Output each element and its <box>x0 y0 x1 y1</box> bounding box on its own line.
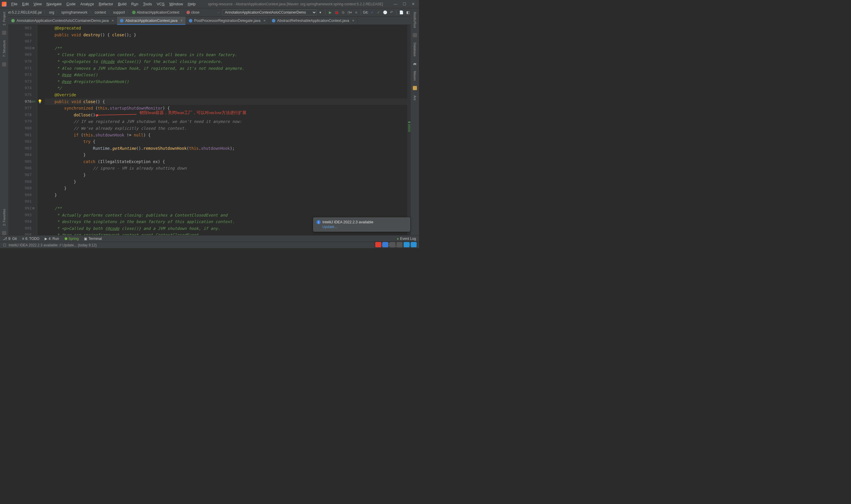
run-config-select[interactable]: AnnotationApplicationContextAsIoCContain… <box>222 10 317 15</box>
minimize-icon[interactable]: — <box>394 2 397 6</box>
tray-icon[interactable] <box>397 242 402 247</box>
tool-git[interactable]: ⎇ 9: Git <box>3 237 17 241</box>
tab-close-icon[interactable]: × <box>352 19 354 23</box>
menu-window[interactable]: Window <box>167 1 185 7</box>
menu-view[interactable]: View <box>32 1 43 7</box>
tab-1[interactable]: AbstractApplicationContext.java× <box>117 17 186 24</box>
tool-database[interactable]: Database <box>413 41 417 58</box>
file-icon <box>120 19 124 22</box>
ime-lang-icon[interactable] <box>382 242 388 247</box>
tool-ant[interactable]: Ant <box>413 94 417 102</box>
crumb-method[interactable]: close <box>185 10 201 15</box>
git-update-icon[interactable]: ✓ <box>369 10 375 15</box>
maximize-icon[interactable]: ☐ <box>403 2 406 6</box>
tab-2[interactable]: PostProcessorRegistrationDelegate.java× <box>186 17 269 24</box>
run-button[interactable]: ▶ <box>327 10 333 15</box>
git-revert-icon[interactable]: ↶ <box>388 10 395 15</box>
tool-icon[interactable] <box>2 31 6 35</box>
tool-eventlog[interactable]: ● Event Log <box>397 237 416 241</box>
menu-help[interactable]: Help <box>186 1 197 7</box>
tab-0[interactable]: AnnotationApplicationContextAsIoCContain… <box>8 17 117 24</box>
override-up-icon[interactable]: o↑ <box>32 98 36 105</box>
tab-3[interactable]: AbstractRefreshableApplicationContext.ja… <box>269 17 358 24</box>
debug-button[interactable]: 🐞 <box>333 10 340 15</box>
editor-tabs: AnnotationApplicationContextAsIoCContain… <box>0 17 419 25</box>
notification-link[interactable]: Update... <box>322 225 407 229</box>
tool-todo[interactable]: ≡ 6: TODO <box>22 237 40 241</box>
coverage-button[interactable]: ⧉ <box>340 10 346 15</box>
tab-close-icon[interactable]: × <box>112 19 114 23</box>
tool-structure[interactable]: 7: Structure <box>2 39 6 58</box>
nav-bar: ntext-5.2.2.RELEASE.jar〉 org〉 springfram… <box>0 8 419 17</box>
tool-icon[interactable] <box>413 86 417 90</box>
status-window-icon[interactable]: ☐ <box>3 243 6 247</box>
os-taskbar-overlay <box>374 241 418 248</box>
crumb-context[interactable]: context <box>93 10 107 15</box>
bottom-toolwindows: ⎇ 9: Git ≡ 6: TODO ▶ 4: Run ⬢ Spring ▣ T… <box>0 235 419 242</box>
menu-file[interactable]: File <box>10 1 19 7</box>
tab-close-icon[interactable]: × <box>181 19 183 23</box>
tool-project[interactable]: 1: Project <box>2 11 6 26</box>
tray-icon[interactable] <box>411 242 417 247</box>
window-controls: — ☐ ✕ <box>394 2 415 6</box>
file-icon <box>272 19 275 22</box>
git-commit-icon[interactable]: ✓ <box>376 10 381 15</box>
status-bar: ☐ IntelliJ IDEA 2022.2.3 available: // U… <box>0 242 419 248</box>
tool-run[interactable]: ▶ 4: Run <box>44 237 59 241</box>
menu-vcs[interactable]: VCS <box>155 1 166 7</box>
crumb-sfw[interactable]: springframework <box>60 10 89 15</box>
info-icon: i <box>316 220 321 224</box>
update-notification[interactable]: iIntelliJ IDEA 2022.2.3 available Update… <box>313 217 410 232</box>
tray-icon[interactable] <box>404 242 410 247</box>
tool-favorites[interactable]: 2: Favorites <box>2 208 6 227</box>
git-label: Git: <box>363 10 368 15</box>
status-message: IntelliJ IDEA 2022.2.3 available: // Upd… <box>8 243 97 247</box>
back-button[interactable]: ← <box>216 10 222 15</box>
open-file-icon[interactable]: 📄 <box>398 10 404 15</box>
git-history-icon[interactable]: 🕘 <box>382 10 388 15</box>
menu-code[interactable]: Code <box>65 1 77 7</box>
window-title: spring-resource - AbstractApplicationCon… <box>197 2 394 6</box>
right-tool-strip: RestfulTool Database m Maven Ant <box>411 8 419 235</box>
tool-maven[interactable]: Maven <box>413 70 417 82</box>
menu-refactor[interactable]: Refactor <box>97 1 115 7</box>
structure-icon[interactable]: ◧ <box>405 10 411 15</box>
crumb-class[interactable]: AbstractApplicationContext <box>131 10 181 15</box>
tab-close-icon[interactable]: × <box>264 19 266 23</box>
file-icon <box>189 19 192 22</box>
menu-build[interactable]: Build <box>116 1 128 7</box>
tool-restful[interactable]: RestfulTool <box>413 11 417 29</box>
error-stripe[interactable] <box>407 25 411 235</box>
crumb-support[interactable]: support <box>112 10 126 15</box>
profile-button[interactable]: ◔▾ <box>347 10 352 15</box>
menu-tools[interactable]: Tools <box>141 1 153 7</box>
menu-analyze[interactable]: Analyze <box>78 1 96 7</box>
class-icon <box>132 11 135 14</box>
tool-icon[interactable] <box>2 62 6 67</box>
code-editor[interactable]: 963 964 967 968⊟ 969 970 971 972 973 974… <box>8 25 411 235</box>
menu-navigate[interactable]: Navigate <box>44 1 63 7</box>
dropdown-icon[interactable]: ▾ <box>318 10 323 15</box>
title-bar: File Edit View Navigate Code Analyze Ref… <box>0 0 419 8</box>
tool-icon[interactable] <box>413 33 417 37</box>
main-menu: File Edit View Navigate Code Analyze Ref… <box>10 1 197 7</box>
left-tool-strip: 1: Project 7: Structure 2: Favorites <box>0 8 8 235</box>
stop-button[interactable]: ■ <box>353 10 359 15</box>
tool-terminal[interactable]: ▣ Terminal <box>84 237 102 241</box>
menu-run[interactable]: Run <box>129 1 140 7</box>
code-area[interactable]: @Deprecated public void destroy() { clos… <box>37 25 411 235</box>
tool-spring[interactable]: ⬢ Spring <box>65 237 79 241</box>
app-logo-icon <box>2 2 6 6</box>
close-icon[interactable]: ✕ <box>412 2 415 6</box>
line-gutter: 963 964 967 968⊟ 969 970 971 972 973 974… <box>8 25 37 235</box>
ime-icon[interactable] <box>375 242 381 247</box>
menu-edit[interactable]: Edit <box>20 1 31 7</box>
method-icon <box>186 11 190 14</box>
tool-icon[interactable] <box>2 231 6 235</box>
notification-title: IntelliJ IDEA 2022.2.3 available <box>322 220 373 224</box>
crumb-org[interactable]: org <box>48 10 55 15</box>
file-icon <box>11 19 15 22</box>
tray-icon[interactable] <box>390 242 395 247</box>
